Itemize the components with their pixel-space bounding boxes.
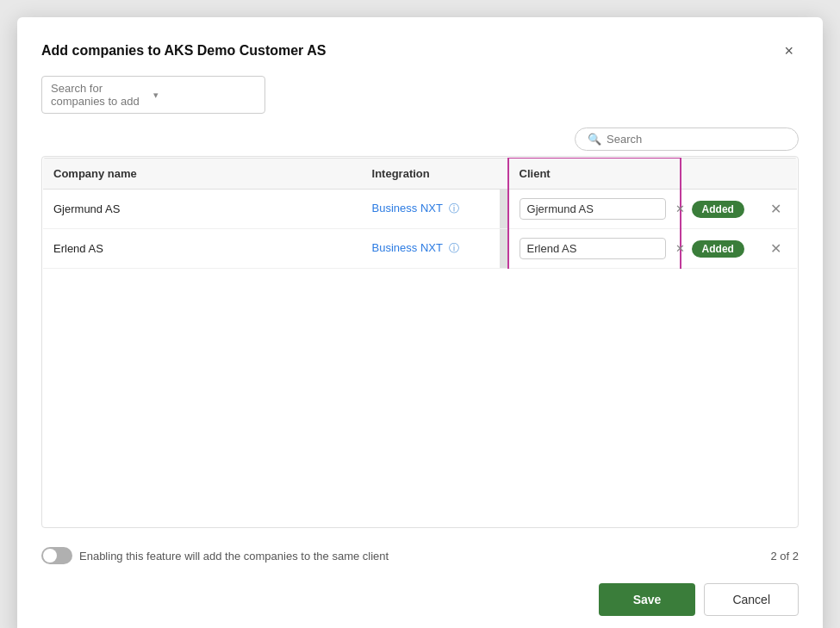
status-cell: Added xyxy=(681,229,755,269)
info-icon[interactable]: ⓘ xyxy=(449,242,459,254)
company-search-dropdown[interactable]: Search for companies to add ▾ xyxy=(41,76,265,114)
info-icon[interactable]: ⓘ xyxy=(449,202,459,215)
table-search-box[interactable]: 🔍 xyxy=(575,127,799,151)
search-dropdown-placeholder: Search for companies to add xyxy=(51,82,153,108)
save-button[interactable]: Save xyxy=(599,583,696,616)
companies-table: Company name Integration Client Gjermund… xyxy=(42,157,798,527)
col-divider-header xyxy=(500,158,508,190)
modal-title: Add companies to AKS Demo Customer AS xyxy=(41,43,326,59)
client-input-wrap[interactable]: ✕ xyxy=(520,238,666,259)
same-client-toggle[interactable] xyxy=(41,547,72,564)
pagination-info: 2 of 2 xyxy=(770,550,799,563)
chevron-down-icon: ▾ xyxy=(153,90,256,101)
client-input-wrap[interactable]: ✕ xyxy=(520,198,666,220)
integration-link[interactable]: Business NXT xyxy=(372,202,443,215)
close-button[interactable]: × xyxy=(779,41,799,60)
table-header-row: 🔍 xyxy=(41,127,799,151)
remove-row-button[interactable]: ✕ xyxy=(765,199,787,219)
company-name-cell: Gjermund AS xyxy=(43,190,362,229)
col-header-integration: Integration xyxy=(362,158,500,190)
search-icon: 🔍 xyxy=(588,133,601,146)
client-cell: ✕ xyxy=(508,190,681,229)
client-clear-icon[interactable]: ✕ xyxy=(675,242,685,255)
action-buttons: Save Cancel xyxy=(41,583,799,616)
col-header-status xyxy=(681,158,755,190)
search-input[interactable] xyxy=(607,133,786,146)
client-input[interactable] xyxy=(527,202,672,215)
table-scroll-area: Company name Integration Client Gjermund… xyxy=(41,156,799,528)
table-row: Erlend AS Business NXT ⓘ ✕ xyxy=(43,229,798,269)
company-name-cell: Erlend AS xyxy=(43,229,362,269)
status-badge: Added xyxy=(692,240,744,258)
divider-cell xyxy=(500,190,508,229)
table-row: Gjermund AS Business NXT ⓘ ✕ xyxy=(43,190,798,229)
client-input[interactable] xyxy=(527,242,672,255)
footer-row: Enabling this feature will add the compa… xyxy=(41,540,799,564)
status-badge: Added xyxy=(692,201,744,218)
modal-container: Add companies to AKS Demo Customer AS × … xyxy=(17,17,823,628)
toggle-row: Enabling this feature will add the compa… xyxy=(41,547,389,564)
action-cell: ✕ xyxy=(755,229,798,269)
divider-cell xyxy=(500,229,508,269)
col-header-action xyxy=(755,158,798,190)
modal-header: Add companies to AKS Demo Customer AS × xyxy=(41,41,799,60)
integration-cell: Business NXT ⓘ xyxy=(362,229,500,269)
client-clear-icon[interactable]: ✕ xyxy=(675,202,685,215)
status-cell: Added xyxy=(681,190,755,229)
integration-link[interactable]: Business NXT xyxy=(372,241,443,254)
remove-row-button[interactable]: ✕ xyxy=(765,239,787,258)
client-cell: ✕ xyxy=(508,229,681,269)
table-area: 🔍 Company name Integration Client xyxy=(41,127,799,564)
cancel-button[interactable]: Cancel xyxy=(704,583,799,616)
empty-row xyxy=(43,269,798,527)
action-cell: ✕ xyxy=(755,190,798,229)
col-header-company-name: Company name xyxy=(43,158,362,190)
client-column-label: Client xyxy=(520,167,551,180)
col-header-client: Client xyxy=(508,158,681,190)
toggle-label: Enabling this feature will add the compa… xyxy=(79,550,389,563)
integration-cell: Business NXT ⓘ xyxy=(362,190,500,229)
